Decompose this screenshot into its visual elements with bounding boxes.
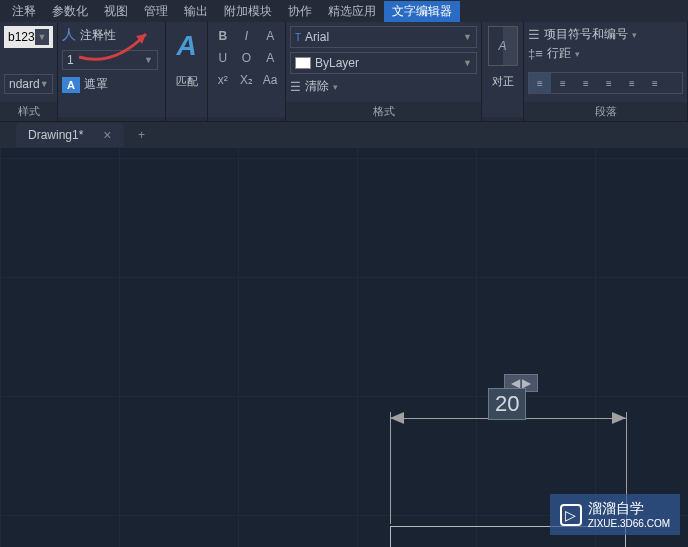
underline-button[interactable]: U (212, 48, 234, 68)
text-height-combo[interactable]: 1 ▼ (62, 50, 158, 70)
menu-manage[interactable]: 管理 (136, 1, 176, 22)
menu-output[interactable]: 输出 (176, 1, 216, 22)
ribbon-panel-paragraph: ☰ 项目符号和编号 ▾ ‡≡ 行距 ▾ ≡ ≡ ≡ ≡ ≡ ≡ 段落 (524, 22, 688, 121)
menubar: 注释 参数化 视图 管理 输出 附加模块 协作 精选应用 文字编辑器 (0, 0, 688, 22)
panel-label-format: 格式 (286, 102, 481, 121)
menu-addins[interactable]: 附加模块 (216, 1, 280, 22)
align-left-button[interactable]: ≡ (529, 73, 551, 93)
menu-annotate[interactable]: 注释 (4, 1, 44, 22)
document-tab[interactable]: Drawing1* × (16, 123, 124, 147)
chevron-down-icon: ▾ (632, 30, 637, 40)
dimension-arrow-left-icon (390, 412, 404, 424)
menu-text-editor[interactable]: 文字编辑器 (384, 1, 460, 22)
text-style-combo[interactable]: b123 ▼ (4, 26, 53, 48)
ribbon-panel-annotative: 人 注释性 1 ▼ A 遮罩 (58, 22, 166, 121)
dimension-extension-line (390, 412, 391, 524)
font-value: Arial (305, 30, 329, 44)
align-center-button[interactable]: ≡ (552, 73, 574, 93)
chevron-down-icon: ▼ (144, 55, 153, 65)
justify-icon[interactable]: A (488, 26, 518, 66)
font-script-button[interactable]: A (259, 26, 281, 46)
changecase-button[interactable]: Aa (259, 70, 281, 90)
text-style-value: b123 (8, 30, 35, 44)
tab-add-button[interactable]: + (130, 125, 154, 145)
text-height-value: 1 (67, 53, 74, 67)
panel-label-blank1 (58, 117, 165, 121)
ribbon-panel-justify: A 对正 (482, 22, 524, 121)
document-tabbar: Drawing1* × + (0, 122, 688, 148)
match-label: 匹配 (176, 74, 198, 89)
justify-label: 对正 (492, 74, 514, 89)
panel-label-blank2 (166, 117, 207, 121)
color-combo[interactable]: ByLayer ▼ (290, 52, 477, 74)
drawing-canvas[interactable]: ◀▶ 20 ▷ 溜溜自学 ZIXUE.3D66.COM (0, 148, 688, 547)
chevron-down-icon: ▾ (575, 49, 580, 59)
menu-featured[interactable]: 精选应用 (320, 1, 384, 22)
chevron-down-icon: ▾ (333, 82, 338, 92)
ribbon-panel-formatting: B I A U O A x² X₂ Aa (208, 22, 286, 121)
align-justify-button[interactable]: ≡ (598, 73, 620, 93)
ribbon-panel-font: TArial ▼ ByLayer ▼ ☰ 清除 ▾ 格式 (286, 22, 482, 121)
bold-button[interactable]: B (212, 26, 234, 46)
superscript-button[interactable]: x² (212, 70, 234, 90)
align-dist-button[interactable]: ≡ (621, 73, 643, 93)
menu-view[interactable]: 视图 (96, 1, 136, 22)
italic-button[interactable]: I (236, 26, 258, 46)
watermark-logo-icon: ▷ (560, 504, 582, 526)
ribbon-panel-match: A 匹配 (166, 22, 208, 121)
tab-close-button[interactable]: × (103, 127, 111, 143)
panel-label-blank4 (482, 117, 523, 121)
strike-button[interactable]: A (259, 48, 281, 68)
chevron-down-icon: ▼ (35, 29, 49, 45)
color-value: ByLayer (315, 56, 359, 70)
bullets-icon[interactable]: ☰ (528, 27, 540, 42)
clear-icon[interactable]: ☰ (290, 80, 301, 94)
ribbon: b123 ▼ ndard ▼ 样式 人 注释性 1 ▼ A 遮罩 (0, 22, 688, 122)
annotative-icon: 人 (62, 26, 76, 44)
chevron-down-icon: ▼ (463, 32, 472, 42)
style-combo[interactable]: ndard ▼ (4, 74, 53, 94)
menu-collab[interactable]: 协作 (280, 1, 320, 22)
match-icon[interactable]: A (171, 26, 203, 66)
dimension-arrow-right-icon (612, 412, 626, 424)
chevron-down-icon: ▼ (40, 79, 49, 89)
annotative-label: 注释性 (80, 27, 116, 44)
truetype-icon: T (295, 32, 301, 43)
watermark-title: 溜溜自学 (588, 500, 644, 516)
dimension-text-input[interactable]: 20 (488, 388, 526, 420)
spacing-icon[interactable]: ‡≡ (528, 46, 543, 61)
tab-label: Drawing1* (28, 128, 83, 142)
watermark: ▷ 溜溜自学 ZIXUE.3D66.COM (550, 494, 680, 535)
font-combo[interactable]: TArial ▼ (290, 26, 477, 48)
panel-label-blank3 (208, 117, 285, 121)
align-full-button[interactable]: ≡ (644, 73, 666, 93)
overline-button[interactable]: O (236, 48, 258, 68)
mask-label: 遮罩 (84, 76, 108, 93)
style-value: ndard (9, 77, 40, 91)
ribbon-panel-style: b123 ▼ ndard ▼ 样式 (0, 22, 58, 121)
subscript-button[interactable]: X₂ (236, 70, 258, 90)
bullets-label: 项目符号和编号 (544, 26, 628, 43)
paragraph-align-group: ≡ ≡ ≡ ≡ ≡ ≡ (528, 72, 683, 94)
mask-icon[interactable]: A (62, 77, 80, 93)
spacing-label: 行距 (547, 45, 571, 62)
panel-label-paragraph: 段落 (524, 102, 687, 121)
menu-parametric[interactable]: 参数化 (44, 1, 96, 22)
chevron-down-icon: ▼ (463, 58, 472, 68)
watermark-subtitle: ZIXUE.3D66.COM (588, 518, 670, 529)
color-swatch-icon (295, 57, 311, 69)
align-right-button[interactable]: ≡ (575, 73, 597, 93)
clear-label: 清除 (305, 78, 329, 95)
panel-label-style: 样式 (0, 102, 57, 121)
